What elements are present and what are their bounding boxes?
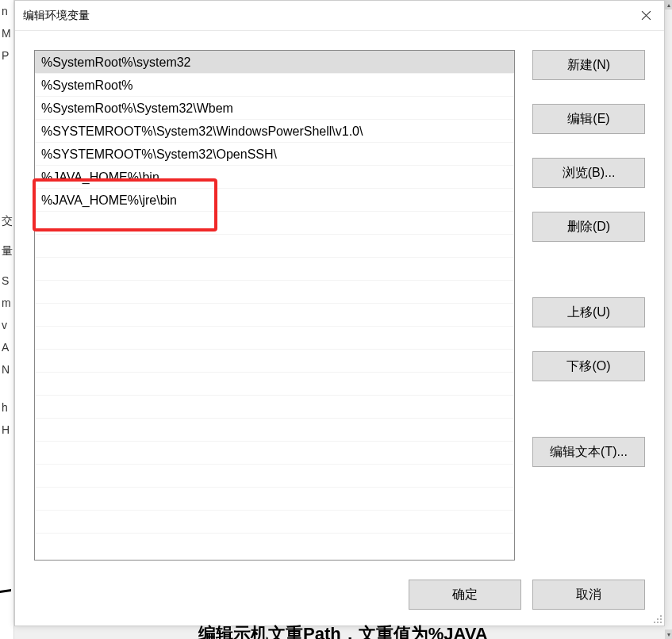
list-item-empty[interactable]: . <box>35 419 514 442</box>
scroll-track[interactable] <box>665 10 672 629</box>
path-listbox[interactable]: %SystemRoot%\system32 %SystemRoot% %Syst… <box>34 50 515 561</box>
dialog-title: 编辑环境变量 <box>23 9 90 23</box>
close-icon <box>641 10 651 21</box>
list-item-empty[interactable]: . <box>35 258 514 281</box>
list-item-empty[interactable]: . <box>35 281 514 304</box>
svg-point-5 <box>654 622 655 623</box>
main-content-row: %SystemRoot%\system32 %SystemRoot% %Syst… <box>34 50 645 561</box>
list-item-empty[interactable]: . <box>35 465 514 488</box>
svg-point-7 <box>660 622 662 623</box>
list-item[interactable]: %SystemRoot%\system32 <box>35 51 514 74</box>
close-button[interactable] <box>628 1 664 30</box>
list-item[interactable]: %JAVA_HOME%\bin <box>35 166 514 189</box>
edit-button[interactable]: 编辑(E) <box>532 104 645 134</box>
scroll-up-arrow[interactable]: ▴ <box>665 0 672 10</box>
list-item[interactable]: %SystemRoot%\System32\Wbem <box>35 97 514 120</box>
svg-point-4 <box>660 618 662 620</box>
cancel-button[interactable]: 取消 <box>532 580 645 610</box>
titlebar: 编辑环境变量 <box>15 1 664 31</box>
list-item-empty[interactable]: . <box>35 304 514 327</box>
background-article-text: 编辑示机文重Path，文重值为%JAVA <box>198 622 488 639</box>
list-item[interactable]: %SYSTEMROOT%\System32\WindowsPowerShell\… <box>35 120 514 143</box>
edit-text-button[interactable]: 编辑文本(T)... <box>532 437 645 467</box>
move-up-button[interactable]: 上移(U) <box>532 297 645 327</box>
dialog-footer: 确定 取消 <box>34 580 645 610</box>
list-item-empty[interactable]: . <box>35 396 514 419</box>
list-item[interactable]: %SYSTEMROOT%\System32\OpenSSH\ <box>35 143 514 166</box>
background-window-fragment: n M P 交 量 S m v A N h H <box>0 0 14 639</box>
ok-button[interactable]: 确定 <box>409 580 521 610</box>
edit-env-var-dialog: 编辑环境变量 %SystemRoot%\system32 %SystemRoot… <box>14 0 665 626</box>
dialog-body: %SystemRoot%\system32 %SystemRoot% %Syst… <box>15 31 664 626</box>
side-button-column: 新建(N) 编辑(E) 浏览(B)... 删除(D) 上移(U) 下移(O) 编… <box>532 50 645 561</box>
list-item-empty[interactable]: . <box>35 373 514 396</box>
list-item-empty[interactable]: . <box>35 442 514 465</box>
list-item[interactable]: %JAVA_HOME%\jre\bin <box>35 189 514 212</box>
svg-point-2 <box>660 615 662 617</box>
list-item-empty[interactable]: . <box>35 488 514 511</box>
page-scrollbar[interactable]: ▴ ▾ <box>665 0 672 639</box>
move-down-button[interactable]: 下移(O) <box>532 351 645 381</box>
list-item-empty[interactable]: . <box>35 212 514 235</box>
list-item[interactable]: %SystemRoot% <box>35 74 514 97</box>
resize-grip[interactable] <box>650 611 662 624</box>
list-item-empty[interactable]: . <box>35 235 514 258</box>
list-item-empty[interactable]: . <box>35 511 514 534</box>
resize-grip-icon <box>650 611 662 624</box>
scroll-down-arrow[interactable]: ▾ <box>665 629 672 639</box>
svg-point-3 <box>657 618 659 620</box>
list-item-empty[interactable]: . <box>35 327 514 350</box>
browse-button[interactable]: 浏览(B)... <box>532 158 645 188</box>
list-item-empty[interactable]: . <box>35 350 514 373</box>
delete-button[interactable]: 删除(D) <box>532 212 645 242</box>
new-button[interactable]: 新建(N) <box>532 50 645 80</box>
svg-point-6 <box>657 622 659 623</box>
